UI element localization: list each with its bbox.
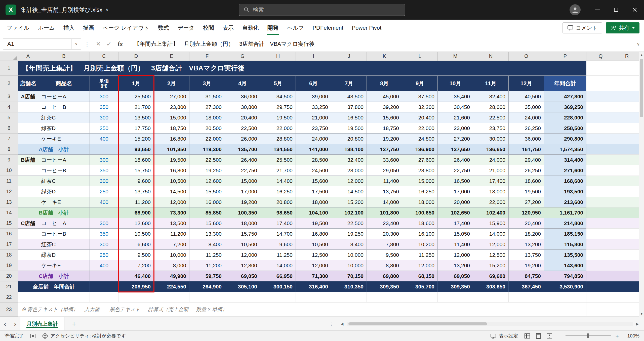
cell-D6[interactable]: 17,750 xyxy=(118,123,154,134)
cell-K22[interactable] xyxy=(367,292,402,303)
cell-O3[interactable]: 40,500 xyxy=(509,91,544,102)
cell-B17[interactable]: 紅茶C xyxy=(38,239,90,250)
cell-A7[interactable] xyxy=(18,134,38,144)
cell-O9[interactable]: 29,400 xyxy=(509,155,544,165)
row-header-21[interactable]: 21 xyxy=(0,281,18,292)
cell-J18[interactable]: 10,000 xyxy=(331,250,367,260)
cell-G10[interactable]: 22,750 xyxy=(225,165,260,176)
cell-C3[interactable]: 300 xyxy=(90,91,118,102)
cell-O16[interactable]: 18,200 xyxy=(509,229,544,239)
cell-P3[interactable]: 427,800 xyxy=(544,91,586,102)
cell-N15[interactable]: 15,900 xyxy=(473,218,509,229)
cell-K16[interactable]: 20,300 xyxy=(367,229,402,239)
select-all-corner[interactable] xyxy=(0,52,18,61)
minimize-button[interactable] xyxy=(588,0,607,20)
ribbon-tab-draw[interactable]: 描画 xyxy=(79,20,98,36)
cell-N10[interactable]: 21,000 xyxy=(473,165,509,176)
cell-Q21[interactable] xyxy=(586,281,615,292)
cell-Q18[interactable] xyxy=(586,250,615,260)
cell-G12[interactable]: 17,000 xyxy=(225,186,260,197)
cell-F5[interactable]: 18,000 xyxy=(189,112,225,123)
cell-G8[interactable]: 135,700 xyxy=(225,144,260,155)
column-header-A[interactable]: A xyxy=(18,52,38,61)
cell-N21[interactable]: 308,650 xyxy=(473,281,509,292)
cell-G4[interactable]: 30,800 xyxy=(225,102,260,112)
maximize-button[interactable] xyxy=(607,0,625,20)
cell-I21[interactable]: 316,400 xyxy=(296,281,331,292)
cell-R15[interactable] xyxy=(615,218,639,229)
cell-H2[interactable]: 5月 xyxy=(260,76,296,91)
cell-C8[interactable] xyxy=(90,144,118,155)
close-button[interactable] xyxy=(625,0,644,20)
cell-C19[interactable]: 400 xyxy=(90,260,118,271)
cell-N6[interactable]: 23,750 xyxy=(473,123,509,134)
row-header-14[interactable]: 14 xyxy=(0,207,18,218)
cell-H21[interactable]: 300,150 xyxy=(260,281,296,292)
cell-I22[interactable] xyxy=(296,292,331,303)
cell-R5[interactable] xyxy=(615,112,639,123)
cell-E17[interactable]: 7,200 xyxy=(154,239,189,250)
cell-C15[interactable]: 300 xyxy=(90,218,118,229)
cell-K7[interactable]: 19,200 xyxy=(367,134,402,144)
cell-N4[interactable]: 28,000 xyxy=(473,102,509,112)
cell-R16[interactable] xyxy=(615,229,639,239)
cell-O15[interactable]: 20,400 xyxy=(509,218,544,229)
vertical-scrollbar-thumb[interactable] xyxy=(640,59,643,117)
cell-O4[interactable]: 35,000 xyxy=(509,102,544,112)
cell-L6[interactable]: 22,000 xyxy=(402,123,438,134)
cell-N5[interactable]: 22,500 xyxy=(473,112,509,123)
cell-E22[interactable] xyxy=(154,292,189,303)
cell-H8[interactable]: 134,550 xyxy=(260,144,296,155)
cell-B4[interactable]: コーヒーB xyxy=(38,102,90,112)
cell-K11[interactable]: 11,400 xyxy=(367,176,402,186)
cell-G2[interactable]: 4月 xyxy=(225,76,260,91)
cell-R17[interactable] xyxy=(615,239,639,250)
cell-E9[interactable]: 19,500 xyxy=(154,155,189,165)
cell-H13[interactable]: 20,800 xyxy=(260,197,296,207)
cell-I14[interactable]: 104,100 xyxy=(296,207,331,218)
cell-C4[interactable]: 350 xyxy=(90,102,118,112)
cell-E10[interactable]: 16,800 xyxy=(154,165,189,176)
cell-J5[interactable]: 16,500 xyxy=(331,112,367,123)
cell-J19[interactable]: 10,000 xyxy=(331,260,367,271)
cell-N13[interactable]: 22,000 xyxy=(473,197,509,207)
cell-L13[interactable]: 18,000 xyxy=(402,197,438,207)
cell-N17[interactable]: 12,000 xyxy=(473,239,509,250)
cell-H18[interactable]: 11,250 xyxy=(260,250,296,260)
cell-J21[interactable]: 310,350 xyxy=(331,281,367,292)
cell-M5[interactable]: 21,600 xyxy=(438,112,473,123)
cell-H15[interactable]: 17,400 xyxy=(260,218,296,229)
formula-content[interactable]: 【年間売上集計】 月別売上金額（円） 3店舗合計 VBAマクロ実行後 xyxy=(134,40,315,48)
cell-A3[interactable]: A店舗 xyxy=(18,91,38,102)
cell-G5[interactable]: 20,400 xyxy=(225,112,260,123)
cell-C11[interactable]: 300 xyxy=(90,176,118,186)
cell-E14[interactable]: 73,300 xyxy=(154,207,189,218)
cell-P8[interactable]: 1,574,350 xyxy=(544,144,586,155)
cell-J6[interactable]: 19,500 xyxy=(331,123,367,134)
cell-I7[interactable]: 24,000 xyxy=(296,134,331,144)
cell-G20[interactable]: 69,050 xyxy=(225,271,260,281)
row-header-16[interactable]: 16 xyxy=(0,229,18,239)
cell-O13[interactable]: 27,200 xyxy=(509,197,544,207)
cell-D3[interactable]: 25,500 xyxy=(118,91,154,102)
cell-O14[interactable]: 120,950 xyxy=(509,207,544,218)
cell-N19[interactable]: 15,200 xyxy=(473,260,509,271)
cell-I6[interactable]: 23,750 xyxy=(296,123,331,134)
cell-J16[interactable]: 19,250 xyxy=(331,229,367,239)
cell-R1[interactable] xyxy=(615,61,639,76)
tab-scrollbar-splitter-icon[interactable]: ⋮ xyxy=(325,321,338,327)
cell-P10[interactable]: 271,600 xyxy=(544,165,586,176)
cell-M17[interactable]: 11,400 xyxy=(438,239,473,250)
cell-D11[interactable]: 9,600 xyxy=(118,176,154,186)
row-header-3[interactable]: 3 xyxy=(0,91,18,102)
cell-R3[interactable] xyxy=(615,91,639,102)
cell-P4[interactable]: 369,250 xyxy=(544,102,586,112)
cell-A15[interactable]: C店舗 xyxy=(18,218,38,229)
cell-E13[interactable]: 12,000 xyxy=(154,197,189,207)
account-avatar[interactable] xyxy=(570,4,581,15)
cell-H3[interactable]: 34,500 xyxy=(260,91,296,102)
cell-G6[interactable]: 22,500 xyxy=(225,123,260,134)
cell-J22[interactable] xyxy=(331,292,367,303)
cell-M14[interactable]: 102,650 xyxy=(438,207,473,218)
column-header-J[interactable]: J xyxy=(331,52,367,61)
